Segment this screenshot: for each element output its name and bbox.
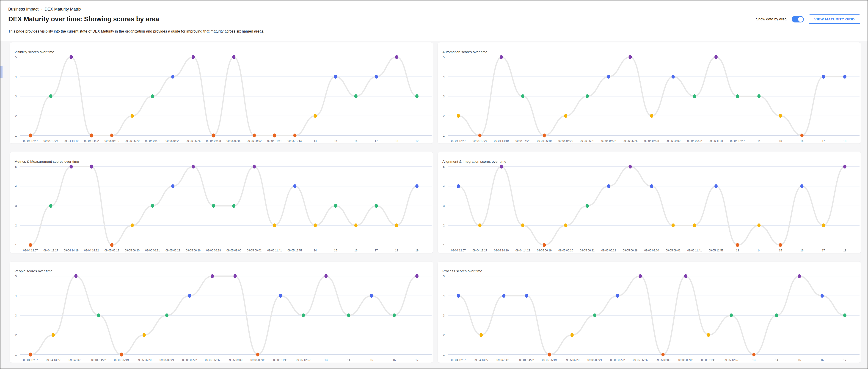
data-point[interactable]: [564, 223, 567, 227]
data-point[interactable]: [672, 223, 675, 227]
data-point[interactable]: [616, 294, 619, 298]
data-point[interactable]: [273, 134, 276, 137]
data-point[interactable]: [29, 243, 32, 247]
data-point[interactable]: [650, 114, 653, 118]
data-point[interactable]: [49, 94, 53, 98]
data-point[interactable]: [843, 313, 846, 317]
data-point[interactable]: [593, 313, 596, 317]
data-point[interactable]: [479, 333, 483, 337]
data-point[interactable]: [69, 165, 73, 169]
data-point[interactable]: [151, 94, 154, 98]
data-point[interactable]: [273, 223, 276, 227]
data-point[interactable]: [736, 243, 739, 247]
data-point[interactable]: [324, 274, 328, 278]
data-point[interactable]: [457, 294, 460, 298]
data-point[interactable]: [192, 165, 195, 169]
data-point[interactable]: [253, 165, 256, 169]
data-point[interactable]: [564, 114, 567, 118]
data-point[interactable]: [502, 294, 505, 298]
data-point[interactable]: [843, 165, 846, 169]
data-point[interactable]: [415, 274, 418, 278]
data-point[interactable]: [395, 223, 398, 227]
data-point[interactable]: [395, 55, 398, 59]
data-point[interactable]: [457, 114, 460, 118]
data-point[interactable]: [800, 134, 804, 137]
data-point[interactable]: [478, 134, 482, 137]
data-point[interactable]: [650, 184, 653, 188]
data-point[interactable]: [415, 94, 418, 98]
data-point[interactable]: [586, 204, 589, 208]
data-point[interactable]: [90, 134, 93, 137]
data-point[interactable]: [714, 55, 718, 59]
data-point[interactable]: [212, 204, 215, 208]
data-point[interactable]: [521, 94, 524, 98]
data-point[interactable]: [478, 223, 482, 227]
data-point[interactable]: [570, 333, 574, 337]
data-point[interactable]: [334, 204, 337, 208]
data-point[interactable]: [543, 134, 546, 137]
data-point[interactable]: [457, 184, 460, 188]
data-point[interactable]: [49, 204, 53, 208]
data-point[interactable]: [820, 294, 824, 298]
data-point[interactable]: [110, 243, 114, 247]
data-point[interactable]: [256, 353, 259, 357]
data-point[interactable]: [672, 75, 675, 79]
data-point[interactable]: [151, 204, 154, 208]
data-point[interactable]: [211, 274, 214, 278]
data-point[interactable]: [188, 294, 191, 298]
breadcrumb-item-business-impact[interactable]: Business Impact: [8, 7, 38, 12]
data-point[interactable]: [74, 274, 78, 278]
data-point[interactable]: [253, 134, 256, 137]
data-point[interactable]: [171, 75, 175, 79]
data-point[interactable]: [586, 94, 589, 98]
data-point[interactable]: [415, 184, 418, 188]
data-point[interactable]: [347, 313, 350, 317]
data-point[interactable]: [822, 223, 825, 227]
data-point[interactable]: [736, 94, 739, 98]
data-point[interactable]: [693, 223, 696, 227]
data-point[interactable]: [779, 114, 782, 118]
data-point[interactable]: [661, 353, 665, 357]
data-point[interactable]: [375, 75, 378, 79]
data-point[interactable]: [52, 333, 55, 337]
data-point[interactable]: [131, 114, 134, 118]
data-point[interactable]: [97, 313, 100, 317]
data-point[interactable]: [90, 165, 93, 169]
data-point[interactable]: [234, 274, 237, 278]
data-point[interactable]: [354, 94, 358, 98]
data-point[interactable]: [775, 313, 778, 317]
data-point[interactable]: [165, 313, 168, 317]
show-data-by-area-toggle[interactable]: [792, 16, 804, 23]
data-point[interactable]: [293, 134, 297, 137]
data-point[interactable]: [354, 223, 358, 227]
data-point[interactable]: [521, 223, 524, 227]
data-point[interactable]: [543, 243, 546, 247]
data-point[interactable]: [302, 313, 305, 317]
data-point[interactable]: [314, 223, 317, 227]
data-point[interactable]: [212, 134, 215, 137]
data-point[interactable]: [684, 274, 687, 278]
data-point[interactable]: [628, 165, 632, 169]
data-point[interactable]: [393, 313, 396, 317]
data-point[interactable]: [370, 294, 373, 298]
data-point[interactable]: [639, 274, 642, 278]
data-point[interactable]: [752, 353, 755, 357]
data-point[interactable]: [120, 353, 123, 357]
data-point[interactable]: [628, 55, 632, 59]
data-point[interactable]: [279, 294, 282, 298]
data-point[interactable]: [800, 184, 804, 188]
data-point[interactable]: [232, 204, 236, 208]
data-point[interactable]: [29, 353, 32, 357]
data-point[interactable]: [375, 204, 378, 208]
data-point[interactable]: [822, 75, 825, 79]
data-point[interactable]: [730, 313, 733, 317]
data-point[interactable]: [843, 75, 846, 79]
view-maturity-grid-button[interactable]: VIEW MATURITY GRID: [809, 14, 860, 24]
data-point[interactable]: [693, 94, 696, 98]
data-point[interactable]: [757, 94, 761, 98]
data-point[interactable]: [171, 184, 175, 188]
data-point[interactable]: [757, 223, 761, 227]
data-point[interactable]: [500, 55, 503, 59]
data-point[interactable]: [607, 184, 610, 188]
data-point[interactable]: [334, 75, 337, 79]
